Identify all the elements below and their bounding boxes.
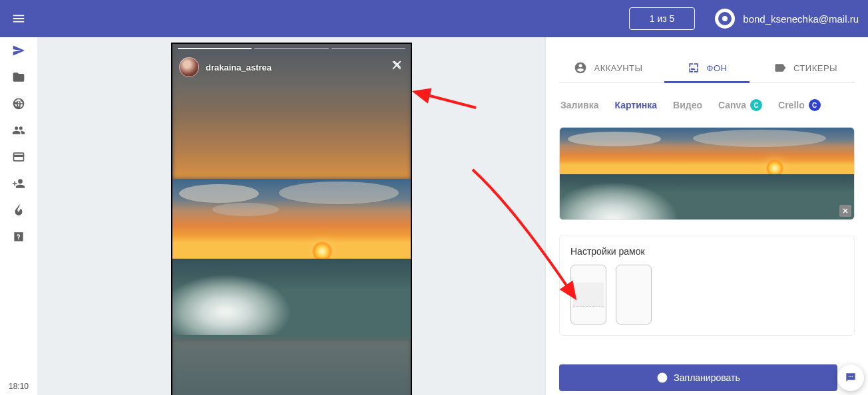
person-add-icon (12, 177, 25, 190)
story-counter-pill[interactable]: 1 из 5 (629, 7, 696, 30)
settings-panel: АККАУНТЫ ФОН СТИКЕРЫ Заливка Картинка Ви… (546, 37, 868, 395)
frame-settings-title: Настройки рамок (570, 246, 843, 257)
user-avatar[interactable] (715, 9, 735, 29)
label-icon (773, 61, 787, 74)
sidebar-item-help[interactable] (0, 223, 37, 250)
sidebar-item-trending[interactable] (0, 197, 37, 223)
background-image-thumbnail[interactable] (559, 127, 855, 220)
sidebar: 18:10 (0, 37, 37, 395)
subtab-fill[interactable]: Заливка (560, 100, 598, 110)
wallpaper-icon (687, 61, 700, 74)
story-account-avatar[interactable] (179, 57, 199, 77)
close-icon (391, 59, 404, 72)
panel-scroll-area[interactable]: Заливка Картинка Видео Canva C Crello C (546, 83, 868, 395)
story-account-username: drakaina_astrea (206, 63, 272, 72)
tab-stickers[interactable]: СТИКЕРЫ (756, 53, 855, 82)
subtab-crello-label: Crello (778, 100, 805, 110)
people-icon (12, 124, 25, 137)
app-header: 1 из 5 bond_ksenechka@mail.ru (0, 0, 868, 37)
frame-settings-card: Настройки рамок (559, 235, 855, 336)
svg-point-2 (852, 376, 853, 378)
credit-card-icon (12, 150, 25, 164)
schedule-button-label: Запланировать (674, 372, 740, 383)
help-icon (12, 230, 25, 243)
story-preview[interactable]: drakaina_astrea (171, 43, 412, 395)
sidebar-item-send[interactable] (0, 37, 37, 64)
story-header: drakaina_astrea (179, 57, 404, 77)
canva-chip-icon: C (750, 99, 762, 111)
tab-accounts-label: АККАУНТЫ (594, 63, 642, 73)
schedule-button[interactable]: Запланировать (559, 364, 837, 391)
svg-point-1 (850, 376, 851, 378)
story-canvas-area: drakaina_astrea (37, 37, 546, 395)
subtab-canva-label: Canva (718, 100, 746, 110)
folder-icon (12, 70, 25, 84)
tab-accounts[interactable]: АККАУНТЫ (559, 53, 658, 82)
menu-toggle-button[interactable] (0, 0, 37, 37)
sidebar-item-people[interactable] (0, 117, 37, 144)
close-small-icon (841, 207, 849, 215)
remove-image-button[interactable] (839, 205, 851, 217)
svg-point-0 (849, 376, 850, 378)
clock-plus-icon (656, 372, 668, 384)
crello-chip-icon: C (809, 99, 821, 111)
subtab-canva[interactable]: Canva C (718, 99, 762, 111)
globe-icon (12, 97, 25, 110)
sidebar-item-billing[interactable] (0, 144, 37, 170)
hamburger-icon (11, 11, 26, 26)
subtab-video[interactable]: Видео (673, 100, 702, 110)
tab-background-label: ФОН (707, 63, 728, 73)
frame-options (570, 265, 843, 325)
frame-option-full[interactable] (616, 265, 652, 325)
sidebar-clock: 18:10 (9, 378, 29, 395)
user-email-label[interactable]: bond_ksenechka@mail.ru (743, 13, 859, 25)
frame-option-letterbox[interactable] (570, 265, 606, 325)
account-circle-icon (574, 61, 587, 74)
story-progress-bar (178, 48, 405, 50)
sidebar-item-globe[interactable] (0, 90, 37, 117)
story-letterbox-bottom (172, 339, 411, 395)
paper-plane-icon (12, 44, 25, 57)
sidebar-item-add-people[interactable] (0, 170, 37, 197)
fire-icon (12, 203, 25, 217)
chat-icon (844, 371, 857, 384)
chat-fab[interactable] (837, 364, 864, 391)
tab-stickers-label: СТИКЕРЫ (793, 63, 837, 73)
panel-main-tabs: АККАУНТЫ ФОН СТИКЕРЫ (559, 53, 855, 83)
background-subtabs: Заливка Картинка Видео Canva C Crello C (559, 83, 855, 127)
story-close-button[interactable] (391, 59, 404, 76)
story-image (172, 179, 411, 339)
subtab-crello[interactable]: Crello C (778, 99, 821, 111)
tab-background[interactable]: ФОН (658, 53, 756, 82)
subtab-image[interactable]: Картинка (614, 100, 657, 110)
sidebar-item-folder[interactable] (0, 64, 37, 90)
